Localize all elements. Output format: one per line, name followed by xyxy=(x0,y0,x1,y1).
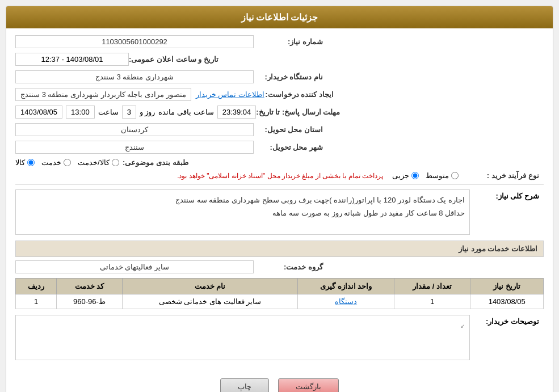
buyer-notes-row: توصیحات خریدار: ↙ xyxy=(15,315,544,360)
deadline-time: 13:00 xyxy=(66,106,95,119)
category-service-radio[interactable] xyxy=(64,159,71,166)
description-label: شرح کلی نیاز: xyxy=(470,189,544,200)
col-unit: واحد اندازه گیری xyxy=(298,279,394,294)
announcement-row: تاریخ و ساعت اعلان عمومی: 1403/08/01 - 1… xyxy=(15,53,544,66)
description-row: شرح کلی نیاز: اجاره یک دستگاه لودر 120 ب… xyxy=(15,189,544,235)
service-group-label: گروه خدمت: xyxy=(254,263,327,271)
print-button[interactable]: چاپ xyxy=(220,378,269,392)
category-goods-radio[interactable] xyxy=(27,159,35,166)
notes-corner: ↙ xyxy=(460,323,465,329)
deadline-date: 1403/08/05 xyxy=(15,106,62,119)
buyer-notes-label: توصیحات خریدار: xyxy=(470,315,544,326)
province-label: استان محل تحویل: xyxy=(254,125,327,134)
announcement-label: تاریخ و ساعت اعلان عمومی: xyxy=(129,55,223,64)
creator-value: منصور مرادی باجله کاربردار شهرداری منطقه… xyxy=(15,88,191,101)
main-card: جزئیات اطلاعات نیاز شماره نیاز: 11030056… xyxy=(6,6,553,392)
deadline-label: مهلت ارسال پاسخ: تا تاریخ: xyxy=(256,108,344,116)
divider-1 xyxy=(15,184,544,185)
col-name: نام خدمت xyxy=(122,279,297,294)
creator-label: ایجاد کننده درخواست: xyxy=(264,90,338,99)
city-label: شهر محل تحویل: xyxy=(254,143,327,151)
deadline-day-label: روز و xyxy=(140,108,155,116)
city-row: شهر محل تحویل: سنندج xyxy=(15,141,544,154)
cell-name: سایر فعالیت های خدماتی شخصی xyxy=(122,294,297,309)
deadline-time-label: ساعت xyxy=(98,108,119,116)
col-qty: تعداد / مقدار xyxy=(394,279,470,294)
buyer-notes-content[interactable]: ↙ xyxy=(15,315,470,360)
buyer-org-row: نام دستگاه خریدار: شهرداری منطقه 3 سنندج xyxy=(15,70,544,83)
deadline-group: 23:39:04 ساعت باقی مانده روز و 3 ساعت 13… xyxy=(15,106,256,119)
category-row: طبقه بندی موضوعی: کالا/خدمت خدمت کالا xyxy=(15,158,544,167)
service-group-value: سایر فعالیتهای خدماتی xyxy=(15,260,254,273)
category-goods-service[interactable]: کالا/خدمت xyxy=(78,158,119,167)
purchase-type-partial-radio[interactable] xyxy=(411,172,419,179)
service-group-row: گروه خدمت: سایر فعالیتهای خدماتی xyxy=(15,260,544,273)
buyer-org-label: نام دستگاه خریدار: xyxy=(254,73,327,81)
col-code: کد خدمت xyxy=(57,279,123,294)
cell-row: 1 xyxy=(16,294,57,309)
description-wrapper: اجاره یک دستگاه لودر 120 با اپراتور(رانن… xyxy=(15,189,470,235)
need-number-row: شماره نیاز: 1103005601000292 xyxy=(15,35,544,48)
back-button[interactable]: بازگشت xyxy=(278,378,339,392)
description-text: اجاره یک دستگاه لودر 120 با اپراتور(رانن… xyxy=(175,196,465,217)
cell-code: ط-96-960 xyxy=(57,294,123,309)
cell-date: 1403/08/05 xyxy=(470,294,544,309)
city-value: سنندج xyxy=(15,141,254,154)
cell-unit[interactable]: دستگاه xyxy=(298,294,394,309)
buyer-notes-wrapper: ↙ xyxy=(15,315,470,360)
category-service[interactable]: خدمت xyxy=(41,158,71,167)
description-content: اجاره یک دستگاه لودر 120 با اپراتور(رانن… xyxy=(15,189,470,235)
services-section-label: اطلاعات خدمات مورد نیاز xyxy=(459,245,537,253)
deadline-remaining-label: ساعت باقی مانده xyxy=(158,108,213,116)
deadline-days: 3 xyxy=(122,106,136,119)
footer-buttons: بازگشت چاپ xyxy=(6,372,553,392)
col-date: تاریخ نیاز xyxy=(470,279,544,294)
need-number-value: 1103005601000292 xyxy=(15,35,254,48)
province-row: استان محل تحویل: کردستان xyxy=(15,123,544,136)
purchase-type-row: نوع فرآیند خرید : متوسط جزیی پرداخت تمام… xyxy=(15,171,544,180)
creator-row: ایجاد کننده درخواست: اطلاعات تماس خریدار… xyxy=(15,88,544,101)
table-row: 1403/08/05 1 دستگاه سایر فعالیت های خدما… xyxy=(16,294,544,309)
deadline-remaining: 23:39:04 xyxy=(217,106,257,119)
buyer-org-value: شهرداری منطقه 3 سنندج xyxy=(15,70,254,83)
services-section-header: اطلاعات خدمات مورد نیاز xyxy=(15,241,544,257)
category-radio-group: کالا/خدمت خدمت کالا xyxy=(15,158,119,167)
category-goods-service-radio[interactable] xyxy=(112,159,119,166)
purchase-type-medium-radio[interactable] xyxy=(451,172,459,179)
purchase-notice: پرداخت تمام یا بخشی از مبلغ خریداز محل "… xyxy=(177,172,383,180)
page-container: جزئیات اطلاعات نیاز شماره نیاز: 11030056… xyxy=(0,0,559,392)
category-label: طبقه بندی موضوعی: xyxy=(119,158,193,167)
card-body: شماره نیاز: 1103005601000292 تاریخ و ساع… xyxy=(6,28,553,372)
announcement-value: 1403/08/01 - 12:37 xyxy=(15,53,129,66)
province-value: کردستان xyxy=(15,123,254,136)
purchase-type-label: نوع فرآیند خرید : xyxy=(470,171,544,180)
category-goods[interactable]: کالا xyxy=(15,158,35,167)
need-number-label: شماره نیاز: xyxy=(254,37,327,46)
creator-link[interactable]: اطلاعات تماس خریدار xyxy=(196,90,264,99)
purchase-type-radio-group: متوسط جزیی xyxy=(392,171,459,180)
page-title: جزئیات اطلاعات نیاز xyxy=(241,12,318,22)
cell-qty: 1 xyxy=(394,294,470,309)
purchase-type-partial[interactable]: جزیی xyxy=(392,171,419,180)
services-table: تاریخ نیاز تعداد / مقدار واحد اندازه گیر… xyxy=(15,278,544,309)
col-row: ردیف xyxy=(16,279,57,294)
purchase-type-medium[interactable]: متوسط xyxy=(426,171,459,180)
card-header: جزئیات اطلاعات نیاز xyxy=(6,6,553,28)
deadline-row: مهلت ارسال پاسخ: تا تاریخ: 23:39:04 ساعت… xyxy=(15,106,544,119)
